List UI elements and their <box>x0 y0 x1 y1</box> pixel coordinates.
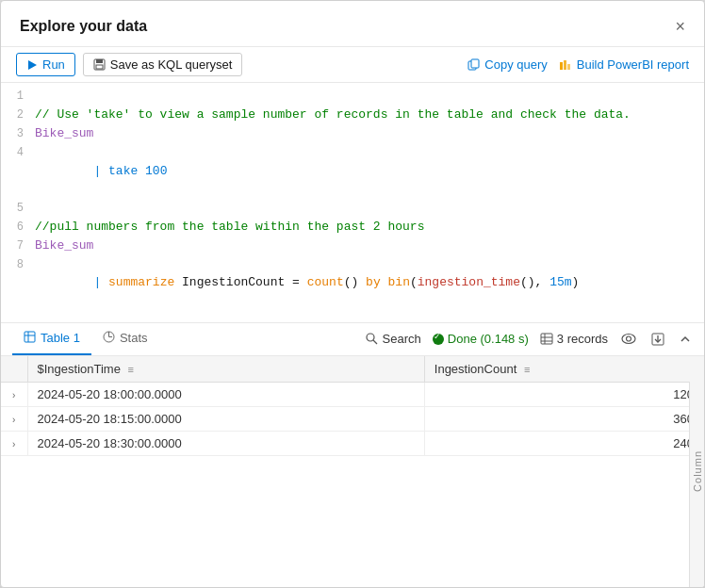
filter-icon: ≡ <box>128 364 134 375</box>
svg-rect-2 <box>96 59 103 63</box>
table-header-row: $IngestionTime ≡ IngestionCount ≡ <box>1 356 704 383</box>
table-row: › 2024-05-20 18:15:00.0000 360 <box>1 406 704 431</box>
svg-point-21 <box>622 335 635 344</box>
expand-icon-3: › <box>12 439 15 449</box>
code-editor[interactable]: 1 2 // Use 'take' to view a sample numbe… <box>1 83 704 323</box>
data-table: $IngestionTime ≡ IngestionCount ≡ › 2024… <box>1 356 704 456</box>
count-cell-1: 120 <box>424 382 703 406</box>
explore-data-dialog: Explore your data × Run Save as KQL quer… <box>0 0 705 588</box>
table-row: › 2024-05-20 18:00:00.0000 120 <box>1 382 704 406</box>
run-icon <box>26 59 38 71</box>
copy-query-button[interactable]: Copy query <box>467 57 547 72</box>
copy-icon <box>467 58 480 71</box>
build-powerbi-button[interactable]: Build PowerBI report <box>559 57 689 72</box>
check-icon <box>433 334 444 345</box>
save-kql-button[interactable]: Save as KQL queryset <box>83 53 243 76</box>
status-done: Done (0.148 s) <box>433 332 529 346</box>
chevron-up-icon <box>680 334 691 345</box>
tab-table1[interactable]: Table 1 <box>12 323 91 355</box>
title-bar: Explore your data × <box>1 1 704 47</box>
ingestion-count-header[interactable]: IngestionCount ≡ <box>424 356 703 383</box>
svg-line-16 <box>373 340 377 344</box>
records-count: 3 records <box>540 332 608 346</box>
code-line-4: 4 | take 100 <box>1 143 704 199</box>
eye-button[interactable] <box>619 331 638 347</box>
results-tab-right: Search Done (0.148 s) 3 records <box>366 331 693 348</box>
code-line-7: 7 Bike_sum <box>1 237 704 255</box>
search-bar[interactable]: Search <box>366 332 421 346</box>
svg-rect-3 <box>96 65 103 69</box>
results-table: $IngestionTime ≡ IngestionCount ≡ › 2024… <box>1 356 704 588</box>
collapse-button[interactable] <box>678 332 693 347</box>
column-sidebar[interactable]: Column <box>689 356 704 588</box>
download-icon <box>651 333 664 346</box>
code-line-1: 1 <box>1 87 704 106</box>
svg-rect-9 <box>25 332 35 342</box>
eye-icon <box>621 333 636 345</box>
count-cell-2: 360 <box>424 406 703 431</box>
save-icon <box>93 58 106 71</box>
powerbi-icon <box>559 58 572 72</box>
svg-rect-7 <box>564 60 566 70</box>
expand-cell-3[interactable]: › <box>1 431 27 455</box>
svg-rect-17 <box>541 334 552 344</box>
expand-cell-2[interactable]: › <box>1 406 27 431</box>
svg-rect-5 <box>471 59 479 68</box>
code-line-5: 5 <box>1 199 704 218</box>
results-tabs: Table 1 Stats Search Do <box>1 323 704 356</box>
time-cell-2: 2024-05-20 18:15:00.0000 <box>27 406 424 431</box>
expand-icon-1: › <box>12 390 15 400</box>
svg-point-15 <box>367 334 374 341</box>
svg-rect-8 <box>567 64 570 70</box>
tab-stats[interactable]: Stats <box>91 323 159 355</box>
download-button[interactable] <box>649 331 666 348</box>
toolbar: Run Save as KQL queryset Copy query <box>1 47 704 83</box>
code-line-3: 3 Bike_sum <box>1 124 704 143</box>
time-cell-3: 2024-05-20 18:30:00.0000 <box>27 431 424 455</box>
code-line-8: 8 | summarize IngestionCount = count() b… <box>1 255 704 311</box>
svg-marker-0 <box>28 60 37 70</box>
count-cell-3: 240 <box>424 431 703 455</box>
search-icon <box>366 333 378 345</box>
ingestion-time-header[interactable]: $IngestionTime ≡ <box>27 356 424 383</box>
dialog-title: Explore your data <box>20 18 147 35</box>
records-icon <box>540 333 553 345</box>
run-button[interactable]: Run <box>16 53 75 76</box>
time-cell-1: 2024-05-20 18:00:00.0000 <box>27 382 424 406</box>
toolbar-right: Copy query Build PowerBI report <box>467 57 689 72</box>
table-row: › 2024-05-20 18:30:00.0000 240 <box>1 431 704 455</box>
expand-cell-1[interactable]: › <box>1 382 27 406</box>
expand-icon-2: › <box>12 415 15 425</box>
code-line-6: 6 //pull numbers from the table within t… <box>1 218 704 237</box>
stats-icon <box>103 331 115 346</box>
filter-icon-2: ≡ <box>524 364 530 375</box>
code-line-2: 2 // Use 'take' to view a sample number … <box>1 106 704 124</box>
close-button[interactable]: × <box>671 16 689 37</box>
expand-col-header <box>1 356 27 383</box>
svg-point-22 <box>627 336 631 341</box>
table-icon <box>24 331 36 346</box>
table-container[interactable]: $IngestionTime ≡ IngestionCount ≡ › 2024… <box>1 356 704 588</box>
svg-rect-6 <box>560 62 563 70</box>
